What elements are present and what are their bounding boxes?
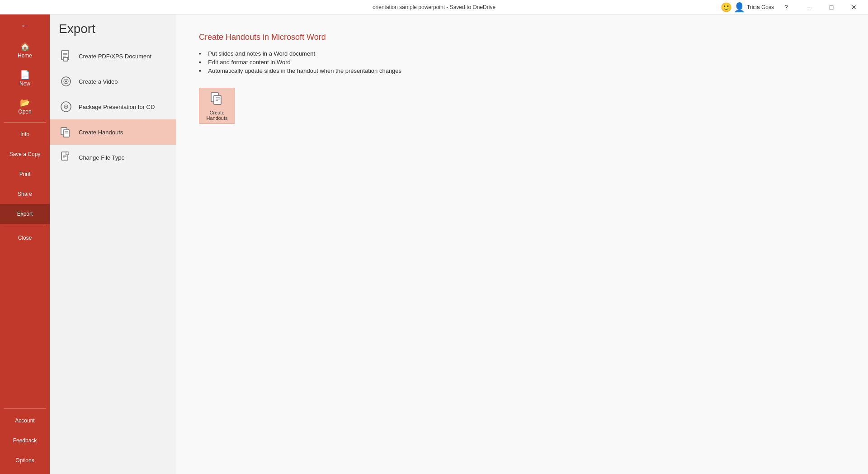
titlebar: orientation sample powerpoint - Saved to… bbox=[0, 0, 868, 14]
sidebar-item-options[interactable]: Options bbox=[0, 450, 50, 470]
sidebar-item-export[interactable]: Export bbox=[0, 204, 50, 224]
document-title: orientation sample powerpoint - Saved to… bbox=[373, 4, 495, 10]
export-option-create-pdf[interactable]: Create PDF/XPS Document bbox=[50, 43, 176, 69]
sidebar-label-print: Print bbox=[19, 171, 31, 177]
sidebar-divider-1 bbox=[4, 122, 46, 123]
sidebar-divider-2 bbox=[4, 226, 46, 226]
username-label: Tricia Goss bbox=[747, 4, 774, 10]
handouts-panel-title: Create Handouts in Microsoft Word bbox=[199, 33, 845, 42]
sidebar-divider-3 bbox=[4, 408, 46, 409]
sidebar-label-home: Home bbox=[18, 52, 32, 59]
export-option-package-cd[interactable]: Package Presentation for CD bbox=[50, 94, 176, 119]
sidebar-item-new[interactable]: 📄 New bbox=[0, 64, 50, 92]
home-icon: 🏠 bbox=[20, 42, 30, 52]
profile-icon[interactable]: 👤 bbox=[734, 2, 745, 13]
minimize-button[interactable]: – bbox=[798, 0, 819, 14]
sidebar-label-close: Close bbox=[18, 235, 32, 241]
export-option-create-handouts[interactable]: Create Handouts bbox=[50, 119, 176, 145]
sidebar-label-save-copy: Save a Copy bbox=[9, 151, 41, 157]
restore-button[interactable]: □ bbox=[821, 0, 842, 14]
bullet-text-2: Edit and format content in Word bbox=[208, 59, 291, 66]
bullet-text-3: Automatically update slides in the hando… bbox=[208, 67, 401, 74]
sidebar-label-open: Open bbox=[18, 109, 31, 115]
bullet-item-1: Put slides and notes in a Word document bbox=[199, 49, 845, 58]
sidebar-label-options: Options bbox=[15, 457, 34, 464]
export-label-cd: Package Presentation for CD bbox=[79, 104, 155, 110]
close-button[interactable]: ✕ bbox=[844, 0, 864, 14]
main-content: Create Handouts in Microsoft Word Put sl… bbox=[176, 14, 868, 474]
export-option-change-file-type[interactable]: Change File Type bbox=[50, 145, 176, 170]
video-icon bbox=[59, 74, 73, 89]
handouts-bullet-list: Put slides and notes in a Word document … bbox=[199, 49, 845, 75]
sidebar-item-home[interactable]: 🏠 Home bbox=[0, 36, 50, 64]
create-handouts-btn-label: Create Handouts bbox=[206, 110, 227, 121]
cd-icon bbox=[59, 100, 73, 114]
sidebar-item-open[interactable]: 📂 Open bbox=[0, 92, 50, 120]
svg-point-7 bbox=[65, 81, 67, 82]
sidebar-label-export: Export bbox=[17, 211, 33, 217]
svg-rect-21 bbox=[214, 95, 221, 104]
back-button[interactable]: ← bbox=[0, 14, 50, 36]
help-button[interactable]: ? bbox=[776, 0, 797, 14]
svg-rect-16 bbox=[66, 152, 69, 155]
sidebar-label-info: Info bbox=[20, 131, 29, 137]
file-type-icon bbox=[59, 150, 73, 165]
sidebar-label-share: Share bbox=[18, 191, 32, 197]
export-label-pdf: Create PDF/XPS Document bbox=[79, 53, 151, 60]
export-page-title: Export bbox=[50, 22, 176, 43]
sidebar-nav: 🏠 Home 📄 New 📂 Open Info Save a Copy Pri… bbox=[0, 36, 50, 407]
bullet-item-2: Edit and format content in Word bbox=[199, 58, 845, 66]
bullet-item-3: Automatically update slides in the hando… bbox=[199, 66, 845, 75]
create-handouts-button[interactable]: Create Handouts bbox=[199, 88, 235, 124]
user-avatar-icon[interactable]: 🙂 bbox=[721, 2, 732, 13]
sidebar-item-account[interactable]: Account bbox=[0, 411, 50, 431]
sidebar-label-account: Account bbox=[15, 417, 34, 424]
sidebar-item-info[interactable]: Info bbox=[0, 124, 50, 144]
svg-rect-12 bbox=[63, 130, 69, 137]
create-handouts-btn-icon bbox=[210, 91, 224, 108]
bullet-text-1: Put slides and notes in a Word document bbox=[208, 50, 315, 57]
handouts-icon bbox=[59, 125, 73, 139]
sidebar-item-save-copy[interactable]: Save a Copy bbox=[0, 144, 50, 164]
back-icon: ← bbox=[20, 20, 29, 31]
pdf-icon bbox=[59, 49, 73, 63]
sidebar-label-new: New bbox=[19, 81, 30, 87]
export-panel: Export Create PDF/XPS Document bbox=[50, 14, 176, 474]
export-label-video: Create a Video bbox=[79, 78, 118, 85]
sidebar-item-share[interactable]: Share bbox=[0, 184, 50, 204]
app-body: ← 🏠 Home 📄 New 📂 Open Info Save a Copy bbox=[0, 14, 868, 474]
svg-point-10 bbox=[66, 106, 67, 108]
open-icon: 📂 bbox=[20, 98, 30, 108]
sidebar-item-close[interactable]: Close bbox=[0, 228, 50, 248]
svg-rect-1 bbox=[63, 57, 68, 61]
export-label-change-file-type: Change File Type bbox=[79, 154, 125, 161]
sidebar-item-print[interactable]: Print bbox=[0, 164, 50, 184]
sidebar-item-feedback[interactable]: Feedback bbox=[0, 431, 50, 450]
sidebar: ← 🏠 Home 📄 New 📂 Open Info Save a Copy bbox=[0, 14, 50, 474]
new-icon: 📄 bbox=[20, 70, 30, 80]
export-label-handouts: Create Handouts bbox=[79, 129, 123, 136]
sidebar-bottom: Account Feedback Options bbox=[0, 411, 50, 474]
export-option-create-video[interactable]: Create a Video bbox=[50, 69, 176, 94]
sidebar-label-feedback: Feedback bbox=[13, 437, 37, 444]
